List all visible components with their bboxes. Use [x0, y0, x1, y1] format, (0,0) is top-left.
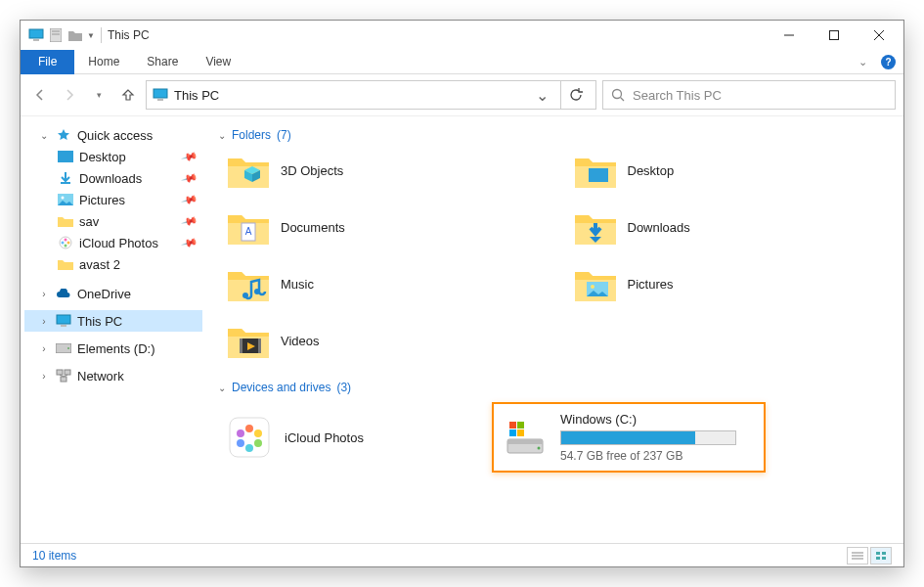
group-header-drives[interactable]: ⌄ Devices and drives (3)	[218, 377, 892, 402]
nav-qa-desktop[interactable]: Desktop 📌	[24, 146, 202, 167]
nav-label: Quick access	[77, 128, 153, 143]
nav-elements[interactable]: › Elements (D:)	[24, 338, 202, 359]
address-bar[interactable]: This PC ⌄	[146, 80, 596, 110]
group-header-folders[interactable]: ⌄ Folders (7)	[218, 124, 892, 150]
folder-label: Desktop	[628, 163, 675, 178]
nav-label: Desktop	[79, 150, 126, 164]
group-title: Devices and drives	[232, 381, 330, 394]
svg-line-12	[621, 98, 625, 102]
folder-documents[interactable]: A Documents	[228, 206, 546, 248]
chevron-right-icon[interactable]: ›	[38, 289, 50, 299]
details-view-button[interactable]	[847, 547, 868, 564]
hard-drive-icon	[504, 416, 547, 459]
address-dropdown-icon[interactable]: ⌄	[530, 86, 554, 105]
minimize-button[interactable]	[767, 21, 812, 50]
desktop-icon	[58, 149, 73, 164]
refresh-button[interactable]	[560, 81, 590, 109]
thumbnails-view-button[interactable]	[870, 547, 892, 564]
svg-rect-1	[33, 39, 39, 41]
nav-thispc[interactable]: › This PC	[24, 310, 202, 332]
tab-share[interactable]: Share	[133, 50, 192, 74]
folder-pictures[interactable]: Pictures	[575, 263, 893, 304]
tab-home[interactable]: Home	[74, 50, 133, 74]
drive-icon	[56, 340, 71, 356]
svg-point-19	[65, 245, 67, 248]
nav-qa-downloads[interactable]: Downloads 📌	[24, 167, 202, 189]
chevron-down-icon[interactable]: ⌄	[218, 383, 226, 393]
pin-icon: 📌	[181, 212, 199, 230]
drive-icloud-photos[interactable]: iCloud Photos	[228, 402, 462, 473]
pin-icon: 📌	[181, 169, 199, 187]
search-box[interactable]: Search This PC	[602, 80, 896, 110]
chevron-right-icon[interactable]: ›	[38, 343, 50, 354]
svg-rect-6	[830, 31, 839, 40]
nav-label: avast 2	[79, 257, 120, 272]
recent-locations-icon[interactable]: ▾	[87, 83, 110, 107]
back-button[interactable]	[28, 83, 52, 107]
up-button[interactable]	[116, 83, 140, 107]
folder-icon	[228, 263, 269, 304]
tab-view[interactable]: View	[192, 50, 244, 74]
pin-icon: 📌	[181, 234, 199, 251]
search-icon	[611, 88, 625, 102]
properties-icon[interactable]	[48, 27, 64, 43]
breadcrumb[interactable]: This PC	[174, 88, 219, 103]
nav-qa-sav[interactable]: sav 📌	[24, 210, 202, 232]
star-icon	[56, 127, 71, 143]
nav-onedrive[interactable]: › OneDrive	[24, 283, 202, 304]
pc-icon	[28, 27, 44, 43]
svg-rect-58	[882, 552, 886, 555]
nav-label: Pictures	[79, 193, 125, 207]
forward-button[interactable]	[58, 83, 81, 107]
folder-label: 3D Objects	[281, 163, 343, 178]
item-count: 10 items	[32, 549, 76, 563]
folder-label: Videos	[281, 334, 320, 348]
folder-label: Downloads	[628, 220, 690, 235]
chevron-down-icon[interactable]: ⌄	[218, 130, 226, 141]
svg-point-20	[62, 242, 65, 245]
nav-qa-avast[interactable]: avast 2	[24, 253, 202, 275]
close-button[interactable]	[857, 21, 902, 50]
ribbon-collapse-icon[interactable]: ⌄	[853, 56, 873, 68]
maximize-button[interactable]	[812, 21, 857, 50]
svg-point-36	[591, 285, 594, 289]
download-icon	[58, 170, 73, 186]
svg-point-15	[62, 197, 65, 200]
folder-3dobjects[interactable]: 3D Objects	[228, 150, 546, 191]
navigation-pane: ⌄ Quick access Desktop 📌 Downloads 📌 Pic…	[21, 116, 206, 543]
qat-dropdown-icon[interactable]: ▼	[87, 31, 95, 40]
chevron-right-icon[interactable]: ›	[38, 316, 50, 327]
svg-rect-57	[876, 552, 880, 555]
pictures-icon	[58, 192, 73, 207]
drive-windows-c[interactable]: Windows (C:) 54.7 GB free of 237 GB	[492, 402, 766, 473]
chevron-right-icon[interactable]: ›	[38, 371, 50, 382]
folder-desktop[interactable]: Desktop	[575, 150, 893, 191]
quick-access-toolbar: ▼	[22, 27, 95, 43]
new-folder-icon[interactable]	[67, 27, 83, 43]
folder-videos[interactable]: Videos	[228, 320, 546, 361]
nav-label: iCloud Photos	[79, 236, 158, 250]
folder-icon	[228, 320, 269, 361]
help-icon[interactable]: ?	[881, 55, 896, 69]
nav-qa-icloud[interactable]: iCloud Photos 📌	[24, 232, 202, 253]
group-count: (7)	[277, 128, 291, 142]
nav-qa-pictures[interactable]: Pictures 📌	[24, 189, 202, 210]
nav-label: sav	[79, 214, 99, 229]
svg-point-41	[245, 425, 253, 432]
folder-icon	[58, 256, 73, 272]
nav-quick-access[interactable]: ⌄ Quick access	[24, 124, 202, 146]
nav-network[interactable]: › Network	[24, 365, 202, 386]
folder-downloads[interactable]: Downloads	[575, 206, 893, 248]
chevron-down-icon[interactable]: ⌄	[38, 130, 50, 141]
file-tab[interactable]: File	[21, 50, 74, 74]
svg-rect-13	[58, 151, 73, 162]
folder-music[interactable]: Music	[228, 263, 546, 304]
svg-point-18	[67, 242, 70, 245]
svg-rect-59	[876, 557, 880, 560]
pc-icon	[56, 313, 71, 329]
network-icon	[56, 368, 71, 384]
folder-icon	[58, 213, 73, 229]
svg-rect-52	[509, 429, 516, 436]
svg-rect-22	[61, 325, 66, 327]
pc-icon	[153, 87, 168, 103]
